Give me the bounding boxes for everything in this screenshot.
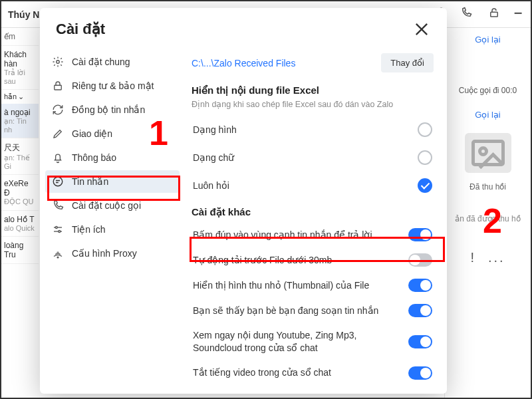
signal-icon [52, 247, 64, 259]
radio-checked-icon [418, 178, 432, 193]
list-item: 尺天ạn: Thế Gi [1, 138, 39, 175]
toggle-switch [408, 279, 432, 292]
image-placeholder-icon [465, 133, 511, 173]
pin-dropdown[interactable]: hắn⌄ [1, 90, 39, 104]
svg-point-13 [59, 231, 61, 233]
pencil-icon [52, 128, 64, 140]
toggle-label: Tắt tiếng video trong cửa sổ chat [193, 366, 402, 379]
chat-icon [52, 176, 64, 188]
sidebar-item-label: Riêng tư & bảo mật [72, 80, 154, 91]
toggle-switch [408, 366, 432, 380]
toggle-label: Bấm đúp vào vùng cạnh tin nhắn để trả lờ… [193, 229, 402, 241]
sliders-icon [52, 223, 64, 235]
svg-rect-8 [55, 85, 62, 90]
list-item: loàng Tru [1, 237, 39, 264]
sidebar-item-label: Cài đặt cuộc gọi [72, 200, 141, 211]
svg-point-12 [55, 227, 57, 229]
radio-icon [418, 150, 432, 165]
svg-point-4 [479, 148, 486, 155]
toggle-switch [408, 335, 432, 348]
toggle-media-preview[interactable]: Xem ngay nội dung Youtube, Zing Mp3, Sou… [192, 323, 434, 360]
close-button[interactable] [412, 20, 431, 39]
settings-content: C:\...\Zalo Received Files Thay đổi Hiển… [185, 47, 447, 394]
settings-modal: Cài đặt Cài đặt chung Riêng tư & bảo mật… [40, 8, 447, 394]
sidebar-item-privacy[interactable]: Riêng tư & bảo mật [45, 74, 180, 97]
toggle-switch [408, 304, 432, 317]
recalled-text: ản đã được thu hồ [445, 194, 531, 243]
sidebar-item-general[interactable]: Cài đặt chung [45, 51, 180, 73]
other-section-title: Cài đặt khác [192, 206, 434, 218]
minimize-icon[interactable]: – [512, 7, 524, 19]
change-path-button[interactable]: Thay đổi [381, 53, 434, 72]
radio-label: Dạng hình [193, 124, 237, 135]
toggle-switch [408, 253, 432, 267]
toggle-autodownload[interactable]: Tự động tải trước File dưới 30mb [192, 247, 434, 273]
sidebar-item-label: Tin nhắn [72, 176, 108, 187]
bg-right-panel: Gọi lại Cuộc gọi đi 00:0 Gọi lại Đã thu … [444, 28, 531, 399]
lock-icon[interactable] [488, 7, 500, 19]
modal-title: Cài đặt [56, 21, 105, 38]
sidebar-item-theme[interactable]: Giao diện [45, 122, 180, 145]
toggle-label: Tự động tải trước File dưới 30mb [193, 254, 402, 267]
toggle-label: Xem ngay nội dung Youtube, Zing Mp3, Sou… [193, 329, 402, 354]
toggle-label: Bạn sẽ thấy bạn bè bạn đang soạn tin nhắ… [193, 305, 402, 317]
sidebar-item-label: Cấu hình Proxy [72, 248, 137, 259]
radio-option-ask[interactable]: Luôn hỏi [192, 172, 434, 200]
gear-icon [52, 56, 64, 68]
lock-icon [52, 80, 64, 92]
sidebar-item-sync[interactable]: Đồng bộ tin nhắn [45, 98, 180, 121]
more-actions[interactable]: !... [445, 243, 531, 272]
excel-section-desc: Định dạng khi sao chép file Excel sau đó… [192, 99, 434, 109]
radio-option-image[interactable]: Dạng hình [192, 116, 434, 144]
recall-label: Đã thu hồi [445, 180, 531, 194]
list-item: Khách hànTrả lời sau [1, 46, 39, 90]
sync-icon [52, 104, 64, 116]
svg-point-7 [57, 61, 60, 64]
sidebar-item-label: Đồng bộ tin nhắn [72, 104, 145, 115]
sidebar-item-notifications[interactable]: Thông báo [45, 146, 180, 169]
radio-label: Luôn hỏi [193, 180, 229, 191]
settings-sidebar: Cài đặt chung Riêng tư & bảo mật Đồng bộ… [40, 47, 185, 394]
bg-search: ếm [1, 28, 39, 46]
window-controls: – [436, 7, 524, 19]
toggle-thumbnail[interactable]: Hiển thị hình thu nhỏ (Thumbnail) của Fi… [192, 273, 434, 298]
bg-chat-list: ếm Khách hànTrả lời sau hắn⌄ à ngoạiạn: … [1, 28, 39, 399]
toggle-typing-indicator[interactable]: Bạn sẽ thấy bạn bè bạn đang soạn tin nhắ… [192, 298, 434, 323]
modal-header: Cài đặt [40, 8, 447, 47]
sidebar-item-label: Tiện ích [72, 224, 106, 235]
excel-section-title: Hiển thị nội dung file Excel [192, 84, 434, 96]
list-item: eXeRe ĐĐỘC QU [1, 175, 39, 211]
sidebar-item-call-settings[interactable]: Cài đặt cuộc gọi [45, 194, 180, 217]
callback-pill[interactable]: Gọi lại [445, 103, 531, 126]
toggle-label: Hiển thị hình thu nhỏ (Thumbnail) của Fi… [193, 279, 402, 292]
sidebar-item-messages[interactable]: Tin nhắn [45, 170, 180, 193]
sidebar-item-label: Thông báo [72, 152, 116, 163]
sidebar-item-label: Cài đặt chung [72, 57, 130, 67]
phone-icon [52, 200, 64, 211]
toggle-doubleclick-reply[interactable]: Bấm đúp vào vùng cạnh tin nhắn để trả lờ… [192, 222, 434, 247]
callback-pill[interactable]: Gọi lại [445, 28, 531, 51]
toggle-mute-video[interactable]: Tắt tiếng video trong cửa sổ chat [192, 360, 434, 386]
sidebar-item-label: Giao diện [72, 128, 112, 139]
radio-option-text[interactable]: Dạng chữ [192, 144, 434, 172]
chevron-down-icon: ⌄ [18, 92, 24, 101]
radio-icon [418, 122, 432, 137]
toggle-switch [408, 228, 432, 241]
call-duration: Cuộc gọi đi 00:0 [445, 78, 531, 103]
sidebar-item-proxy[interactable]: Cấu hình Proxy [45, 242, 180, 265]
svg-point-9 [53, 177, 63, 186]
bell-icon [52, 152, 64, 164]
svg-point-14 [57, 257, 59, 258]
sidebar-item-utilities[interactable]: Tiện ích [45, 218, 180, 241]
phone-icon[interactable] [460, 7, 472, 19]
svg-rect-2 [491, 12, 498, 17]
list-item: à ngoạiạn: Tin nh [1, 104, 39, 138]
radio-label: Dạng chữ [193, 152, 234, 163]
download-path-link[interactable]: C:\...\Zalo Received Files [192, 58, 295, 68]
list-item: alo Hồ Talo Quick [1, 211, 39, 237]
